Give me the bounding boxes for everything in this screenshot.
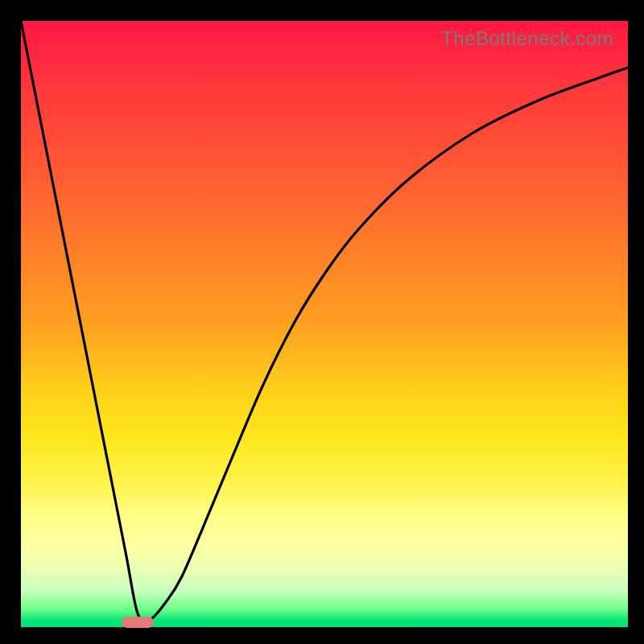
bottleneck-curve	[21, 21, 628, 621]
curve-layer	[21, 21, 628, 627]
plot-area: TheBottleneck.com	[21, 21, 628, 627]
chart-frame: TheBottleneck.com	[0, 0, 644, 644]
watermark-text: TheBottleneck.com	[441, 27, 613, 50]
minimum-marker	[122, 617, 154, 628]
